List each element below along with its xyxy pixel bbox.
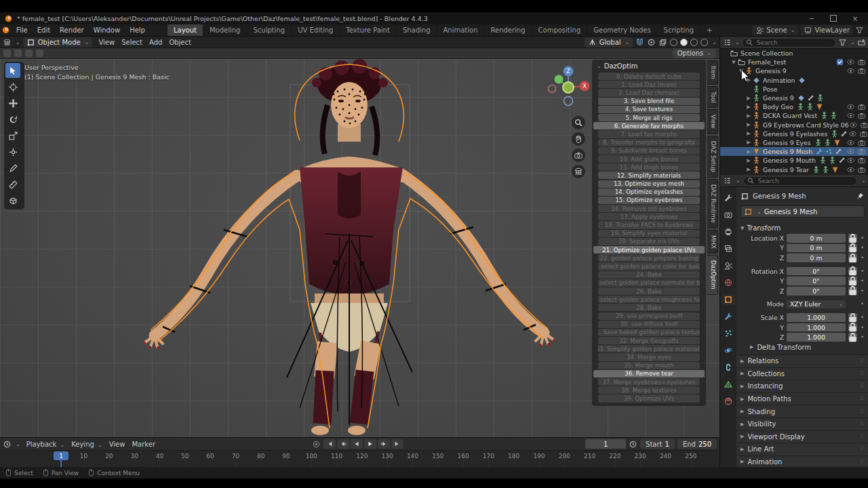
eye-icon[interactable]	[846, 138, 855, 147]
daz-step-button[interactable]: 28. Bake	[598, 304, 700, 311]
properties-tab-constraints[interactable]	[722, 362, 735, 373]
properties-tab-scene[interactable]	[722, 260, 735, 271]
outliner-row[interactable]: ▼Female_test	[720, 58, 868, 66]
orientation-dropdown[interactable]: Global ⌄	[585, 37, 633, 47]
viewlayer-selector[interactable]: ViewLayer	[800, 25, 853, 35]
outliner-filter-icon[interactable]	[838, 38, 847, 47]
properties-tab-view-layer[interactable]	[722, 243, 735, 254]
outliner-row[interactable]: ▶DCKA Guard Vest	[720, 111, 868, 120]
zoom-button[interactable]	[572, 116, 585, 129]
rotation-mode-dropdown[interactable]: XZY Euler⌄	[787, 300, 846, 309]
play-button[interactable]	[364, 439, 376, 449]
daz-step-button[interactable]: 27. select golden palace roughness for .…	[598, 296, 700, 303]
camera-view-button[interactable]	[572, 148, 585, 162]
daz-step-button[interactable]: 4. Save textures	[598, 106, 700, 113]
pan-hand-button[interactable]	[572, 132, 585, 146]
outliner-row[interactable]: ▶Body Geo	[720, 102, 868, 111]
workspace-tab-compositing[interactable]: Compositing	[532, 24, 588, 36]
sidebar-tab-dazoptim[interactable]: DazOptim	[707, 255, 718, 295]
filter-icon[interactable]	[855, 26, 864, 35]
maximize-button[interactable]	[825, 13, 842, 24]
value-field[interactable]: 0 m	[787, 253, 846, 262]
tool-rotate[interactable]	[5, 112, 20, 127]
expand-arrow-icon[interactable]: ▶	[745, 96, 752, 101]
character-model[interactable]	[122, 59, 570, 437]
daz-step-button[interactable]: 25. select golden palace normals for ba.…	[598, 279, 700, 287]
workspace-tab-rendering[interactable]: Rendering	[484, 24, 532, 36]
eye-icon[interactable]	[846, 165, 855, 174]
daz-step-button[interactable]: 21. Optimize golden palace UVs	[593, 246, 705, 253]
minimize-button[interactable]: ─	[803, 13, 821, 24]
play-reverse-button[interactable]	[351, 439, 363, 449]
snap-magnet-icon[interactable]	[635, 38, 644, 47]
panel-motion-paths[interactable]: ▶Motion Paths⠿	[736, 392, 868, 405]
outliner-row[interactable]: ▶Genesis 9 Tear	[720, 165, 868, 174]
sidebar-tab-view[interactable]: View	[707, 109, 718, 134]
lock-icon[interactable]	[848, 287, 857, 296]
daz-step-button[interactable]: 20. Separate iris UVs	[598, 238, 700, 245]
viewport-menu-select[interactable]: Select	[118, 39, 146, 46]
daz-step-button[interactable]: 0. Delete default cube	[598, 73, 700, 80]
checkbox-icon[interactable]	[835, 58, 844, 66]
workspace-tab-sculpting[interactable]: Sculpting	[247, 24, 292, 36]
outliner-row[interactable]: Pose	[720, 85, 868, 94]
dazoptim-panel-header[interactable]: ⌄DazOptim	[593, 61, 705, 72]
daz-step-button[interactable]: 30. use diffuse bsdf	[598, 321, 700, 328]
panel-line-art[interactable]: ▶Line Art⠿	[736, 443, 868, 455]
object-name-field[interactable]: ⌄ Genesis 9 Mesh	[741, 205, 865, 218]
workspace-tab-+[interactable]: +	[701, 24, 719, 36]
sidebar-tab-item[interactable]: Item	[707, 60, 718, 85]
tool-select-box[interactable]	[5, 63, 20, 78]
daz-step-button[interactable]: 36. Remove tear	[593, 370, 705, 378]
properties-tab-material[interactable]	[722, 396, 735, 407]
timeline-ruler[interactable]: 1020304050607080901001101201301401501601…	[0, 450, 719, 468]
properties-tab-object[interactable]	[722, 294, 735, 305]
outliner-row[interactable]: ▶Genesis 9 Eyelashes	[720, 129, 868, 138]
daz-step-button[interactable]: 37. Merge eyebrows+eyelashes	[598, 378, 700, 386]
viewport-menu-add[interactable]: Add	[146, 39, 165, 46]
daz-step-button[interactable]: 33. Simplify golden palace materials	[598, 345, 700, 352]
value-field[interactable]: 1.000	[787, 323, 846, 332]
daz-step-button[interactable]: 1. Load Daz (male)	[598, 81, 700, 88]
expand-arrow-icon[interactable]: ▶	[745, 131, 752, 136]
shading-solid-icon[interactable]	[680, 39, 688, 46]
daz-step-button[interactable]: 34. Merge eyes	[598, 353, 700, 361]
daz-step-button[interactable]: 8. Transfer morphs to geografts	[598, 139, 700, 146]
animate-dot[interactable]: •	[860, 255, 865, 261]
tool-transform[interactable]	[5, 144, 20, 159]
expand-arrow-icon[interactable]: ▼	[730, 60, 737, 65]
eye-icon[interactable]	[846, 111, 855, 120]
value-field[interactable]: 0°	[787, 277, 846, 285]
tool-cursor[interactable]	[5, 79, 20, 94]
outliner-row[interactable]: ▶Genesis 9 Mesh	[720, 147, 868, 156]
value-field[interactable]: 0°	[787, 287, 846, 296]
daz-step-button[interactable]: 14. Optimize eyelashes	[598, 188, 700, 196]
eye-icon[interactable]	[846, 66, 855, 75]
properties-tab-physics[interactable]	[722, 345, 735, 356]
timeline-menu-keying[interactable]: Keying ⌄	[68, 441, 105, 448]
camera-icon[interactable]	[857, 147, 866, 156]
sidebar-tab-mhx[interactable]: MHX	[707, 230, 718, 254]
pin-icon[interactable]	[856, 192, 865, 201]
value-field[interactable]: 1.000	[787, 313, 846, 322]
animate-dot[interactable]: •	[860, 301, 865, 307]
menu-render[interactable]: Render	[55, 24, 89, 36]
new-collection-icon[interactable]	[857, 38, 866, 47]
daz-step-button[interactable]: 38. Merge textures	[598, 386, 700, 394]
lock-icon[interactable]	[848, 323, 857, 332]
expand-arrow-icon[interactable]: ▶	[745, 167, 752, 172]
properties-search[interactable]	[743, 176, 858, 186]
current-frame-field[interactable]: 1	[585, 439, 626, 449]
proportional-edit-icon[interactable]	[647, 38, 656, 47]
value-field[interactable]: 1.000	[787, 333, 846, 342]
animate-dot[interactable]: •	[860, 314, 865, 321]
animate-dot[interactable]: •	[860, 325, 865, 331]
daz-step-button[interactable]: 19. Simplify eyes material	[598, 230, 700, 237]
expand-arrow-icon[interactable]: ▶	[745, 149, 752, 155]
menu-file[interactable]: File	[12, 24, 33, 36]
frame-start-field[interactable]: Start 1	[640, 439, 675, 449]
workspace-tab-animation[interactable]: Animation	[437, 24, 485, 36]
tool-add-cube[interactable]	[5, 193, 20, 208]
daz-step-button[interactable]: 23. select golden palace color for bakin…	[598, 262, 700, 270]
daz-step-button[interactable]: 16. Remove old eyebrows	[598, 205, 700, 212]
